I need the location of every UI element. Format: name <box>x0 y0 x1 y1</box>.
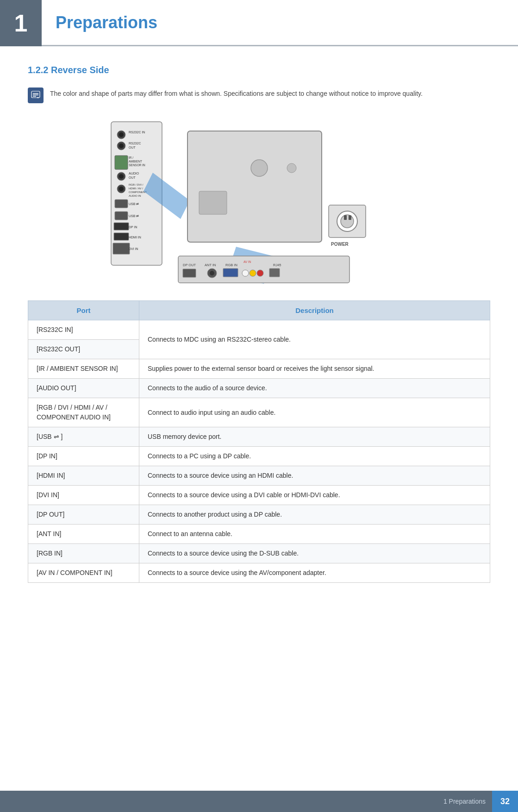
col-description-header: Description <box>139 301 490 320</box>
footer-label: 1 Preparations <box>443 798 492 805</box>
table-row: [HDMI IN]Connects to a source device usi… <box>28 466 490 486</box>
port-cell: [DP IN] <box>28 447 139 466</box>
col-port-header: Port <box>28 301 139 320</box>
svg-point-38 <box>251 160 268 176</box>
svg-text:POWER: POWER <box>331 242 349 247</box>
svg-point-9 <box>119 144 124 148</box>
description-cell: Connects to MDC using an RS232C-stereo c… <box>139 320 490 359</box>
svg-text:USB ⇌: USB ⇌ <box>129 202 139 206</box>
svg-text:AUDIO: AUDIO <box>129 172 139 175</box>
table-row: [DVI IN]Connects to a source device usin… <box>28 486 490 505</box>
svg-point-58 <box>242 270 249 276</box>
svg-rect-61 <box>269 269 280 277</box>
table-row: [RGB / DVI / HDMI / AV / COMPONENT AUDIO… <box>28 398 490 427</box>
svg-text:DVI IN: DVI IN <box>129 247 138 250</box>
page-header: 1 Preparations <box>0 0 518 46</box>
note-box: The color and shape of parts may differ … <box>28 87 490 103</box>
svg-rect-37 <box>187 131 322 242</box>
description-cell: Connects to a source device using the AV… <box>139 563 490 583</box>
port-cell: [IR / AMBIENT SENSOR IN] <box>28 359 139 379</box>
table-row: [USB ⇌ ]USB memory device port. <box>28 427 490 447</box>
port-cell: [RS232C IN] <box>28 320 139 340</box>
svg-point-21 <box>119 187 124 191</box>
page-footer: 1 Preparations 32 <box>0 791 518 812</box>
svg-text:RS232C: RS232C <box>129 142 141 145</box>
table-row: [AV IN / COMPONENT IN]Connects to a sour… <box>28 563 490 583</box>
diagram-svg: RS232C IN RS232C OUT IR / AMBIENT SENSOR… <box>97 117 421 284</box>
svg-point-6 <box>119 132 124 137</box>
svg-text:RJ45: RJ45 <box>273 263 281 267</box>
svg-text:RS232C IN: RS232C IN <box>129 131 145 134</box>
svg-rect-26 <box>115 200 128 208</box>
port-cell: [DP OUT] <box>28 505 139 525</box>
table-row: [DP OUT]Connects to another product usin… <box>28 505 490 525</box>
svg-rect-54 <box>183 269 196 277</box>
main-content: 1.2.2 Reverse Side The color and shape o… <box>0 46 518 611</box>
svg-point-43 <box>341 215 354 228</box>
svg-rect-48 <box>178 256 349 283</box>
svg-text:USB ⇌: USB ⇌ <box>129 214 139 218</box>
port-cell: [DVI IN] <box>28 486 139 505</box>
table-row: [ANT IN]Connect to an antenna cable. <box>28 525 490 544</box>
table-row: [IR / AMBIENT SENSOR IN]Supplies power t… <box>28 359 490 379</box>
svg-rect-44 <box>344 215 347 220</box>
table-row: [DP IN]Connects to a PC using a DP cable… <box>28 447 490 466</box>
svg-text:DP OUT: DP OUT <box>183 263 196 267</box>
diagram-area: RS232C IN RS232C OUT IR / AMBIENT SENSOR… <box>28 117 490 284</box>
description-cell: Connects to a source device using a DVI … <box>139 486 490 505</box>
svg-rect-0 <box>31 91 40 98</box>
port-cell: [RGB IN] <box>28 544 139 563</box>
description-cell: Connects to a source device using the D-… <box>139 544 490 563</box>
svg-text:IR /: IR / <box>129 156 133 159</box>
svg-rect-30 <box>114 223 129 230</box>
svg-text:AV IN: AV IN <box>243 260 251 263</box>
svg-text:OUT: OUT <box>129 146 136 149</box>
footer-page-number: 32 <box>492 791 518 812</box>
svg-point-59 <box>250 270 256 276</box>
page-title: Preparations <box>56 13 157 32</box>
svg-point-60 <box>257 270 263 276</box>
port-cell: [HDMI IN] <box>28 466 139 486</box>
description-cell: USB memory device port. <box>139 427 490 447</box>
svg-rect-57 <box>223 269 238 277</box>
table-row: [RGB IN]Connects to a source device usin… <box>28 544 490 563</box>
description-cell: Supplies power to the external sensor bo… <box>139 359 490 379</box>
port-cell: [RGB / DVI / HDMI / AV / COMPONENT AUDIO… <box>28 398 139 427</box>
svg-rect-45 <box>349 215 351 220</box>
description-cell: Connects to a PC using a DP cable. <box>139 447 490 466</box>
port-cell: [AV IN / COMPONENT IN] <box>28 563 139 583</box>
pencil-icon <box>31 90 41 100</box>
section-heading: 1.2.2 Reverse Side <box>28 65 490 75</box>
svg-text:DP IN: DP IN <box>129 225 137 229</box>
port-cell: [AUDIO OUT] <box>28 379 139 398</box>
svg-text:RGB / DVI /: RGB / DVI / <box>129 183 144 186</box>
note-text: The color and shape of parts may differ … <box>50 87 423 99</box>
port-cell: [RS232C OUT] <box>28 340 139 359</box>
description-cell: Connects to another product using a DP c… <box>139 505 490 525</box>
svg-rect-28 <box>115 212 128 220</box>
svg-text:HDMI IN: HDMI IN <box>129 236 141 239</box>
svg-rect-12 <box>115 156 128 169</box>
svg-point-17 <box>119 174 124 179</box>
svg-rect-40 <box>199 191 227 214</box>
svg-text:HDMI / AV /: HDMI / AV / <box>129 187 143 190</box>
note-icon <box>28 87 44 103</box>
svg-rect-34 <box>113 243 130 254</box>
svg-text:AMBIENT: AMBIENT <box>129 160 142 163</box>
description-cell: Connect to audio input using an audio ca… <box>139 398 490 427</box>
svg-text:ANT IN: ANT IN <box>205 263 216 267</box>
svg-point-39 <box>287 163 296 173</box>
svg-text:OUT: OUT <box>129 176 136 179</box>
port-cell: [USB ⇌ ] <box>28 427 139 447</box>
table-row: [RS232C IN]Connects to MDC using an RS23… <box>28 320 490 340</box>
svg-rect-32 <box>114 233 129 240</box>
port-cell: [ANT IN] <box>28 525 139 544</box>
chapter-number: 1 <box>0 0 42 46</box>
header-title-area: Preparations <box>42 0 518 46</box>
svg-text:RGB IN: RGB IN <box>225 263 237 267</box>
svg-text:AUDIO IN: AUDIO IN <box>129 194 141 197</box>
svg-point-56 <box>210 271 214 275</box>
description-cell: Connects to a source device using an HDM… <box>139 466 490 486</box>
description-cell: Connects to the audio of a source device… <box>139 379 490 398</box>
table-row: [AUDIO OUT]Connects to the audio of a so… <box>28 379 490 398</box>
